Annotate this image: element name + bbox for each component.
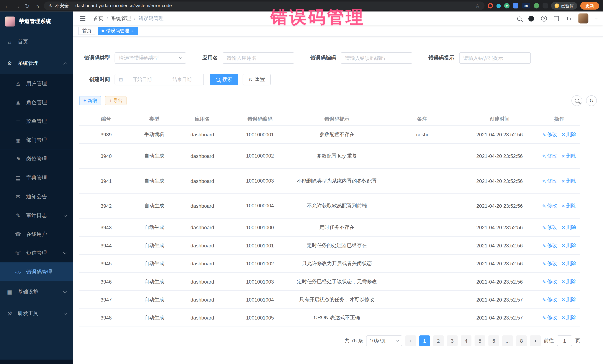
search-button[interactable]: 搜索: [210, 74, 238, 85]
delete-link[interactable]: 删除: [562, 153, 576, 159]
edit-link[interactable]: 修改: [542, 314, 557, 321]
sidebar-collapse-bar[interactable]: [0, 360, 73, 364]
edit-link[interactable]: 修改: [542, 224, 557, 231]
refresh-button[interactable]: [586, 95, 597, 106]
edit-link[interactable]: 修改: [542, 278, 557, 285]
sidebar-item-label: 部门管理: [26, 137, 47, 143]
edit-link[interactable]: 修改: [542, 131, 557, 138]
browser-home-icon[interactable]: [34, 3, 41, 9]
edit-icon: [542, 261, 546, 266]
delete-link[interactable]: 删除: [562, 177, 576, 184]
sidebar-item[interactable]: 首页: [0, 31, 73, 53]
column-header: 错误码编码: [229, 115, 291, 122]
delete-link[interactable]: 删除: [562, 131, 576, 138]
search-icon[interactable]: [517, 16, 522, 21]
cell-id: 3941: [79, 178, 133, 184]
page-button[interactable]: 6: [488, 335, 499, 346]
extensions-puzzle-icon[interactable]: [543, 3, 548, 9]
next-page-button[interactable]: [530, 335, 541, 346]
sidebar-item[interactable]: 菜单管理: [0, 112, 73, 131]
page-button[interactable]: 5: [475, 335, 485, 346]
page-tag[interactable]: 错误码管理 ×: [98, 27, 138, 35]
page-button[interactable]: 3: [447, 335, 458, 346]
goto-page-input[interactable]: [557, 335, 572, 346]
page-button[interactable]: ...: [502, 335, 513, 346]
column-header: 类型: [133, 115, 175, 122]
browser-back-icon[interactable]: [4, 3, 11, 9]
paused-badge[interactable]: 已暂停: [551, 2, 577, 10]
extension-icon-green[interactable]: [534, 3, 539, 9]
edit-link[interactable]: 修改: [542, 260, 557, 267]
export-button[interactable]: 导出: [105, 96, 127, 105]
breadcrumb-system[interactable]: 系统管理: [111, 15, 131, 22]
sidebar-item[interactable]: 短信管理: [0, 243, 73, 263]
extension-icon-ring[interactable]: [487, 3, 493, 9]
delete-link[interactable]: 删除: [562, 224, 576, 231]
page-button[interactable]: 8: [516, 335, 527, 346]
extension-icon-grid[interactable]: [513, 3, 518, 9]
user-avatar[interactable]: [578, 13, 588, 23]
sidebar-item[interactable]: 系统管理: [0, 53, 73, 74]
date-range-picker[interactable]: 开始日期 - 结束日期: [115, 74, 204, 85]
sidebar-item[interactable]: 角色管理: [0, 93, 73, 112]
hamburger-icon[interactable]: [80, 18, 85, 19]
page-size-select[interactable]: 10条/页: [366, 335, 402, 346]
edit-link[interactable]: 修改: [542, 177, 557, 184]
sidebar-item-label: 系统管理: [18, 60, 38, 67]
sidebar-item[interactable]: 审计日志: [0, 206, 73, 225]
browser-reload-icon[interactable]: [24, 3, 31, 9]
edit-link[interactable]: 修改: [542, 153, 557, 159]
sidebar-logo[interactable]: 芋道管理系统: [0, 11, 73, 31]
error-hint-input[interactable]: [459, 52, 531, 64]
sidebar-item[interactable]: 通知公告: [0, 187, 73, 206]
sidebar-item[interactable]: 字典管理: [0, 168, 73, 187]
edit-link[interactable]: 修改: [542, 202, 557, 209]
sidebar-item[interactable]: 岗位管理: [0, 149, 73, 168]
github-icon[interactable]: [528, 16, 534, 21]
delete-icon: [562, 178, 565, 184]
delete-link[interactable]: 删除: [562, 278, 576, 285]
delete-link[interactable]: 删除: [562, 242, 576, 249]
page-button[interactable]: 4: [461, 335, 471, 346]
font-size-icon[interactable]: [566, 15, 571, 22]
close-icon[interactable]: ×: [131, 29, 134, 33]
error-type-select[interactable]: 请选择错误码类型: [115, 52, 186, 64]
browser-update-button[interactable]: 更新: [580, 2, 599, 10]
error-code-input[interactable]: [341, 52, 412, 64]
page-button[interactable]: 1: [419, 335, 430, 346]
sidebar-item-label: 研发工具: [18, 310, 38, 317]
browser-forward-icon[interactable]: [14, 3, 21, 9]
chevron-icon: [63, 251, 67, 254]
edit-link[interactable]: 修改: [542, 242, 557, 249]
cell-type: 自动生成: [133, 153, 175, 159]
delete-link[interactable]: 删除: [562, 314, 576, 321]
page-tag[interactable]: 首页 ×: [79, 27, 95, 35]
toggle-search-button[interactable]: [571, 95, 582, 106]
app-name-input[interactable]: [222, 52, 294, 64]
sidebar-item[interactable]: 用户管理: [0, 74, 73, 93]
delete-link-label: 删除: [566, 202, 576, 209]
delete-link[interactable]: 删除: [562, 202, 576, 209]
delete-link[interactable]: 删除: [562, 296, 576, 303]
sidebar-item[interactable]: 基础设施: [0, 281, 73, 303]
page-button[interactable]: 2: [433, 335, 444, 346]
breadcrumb-home[interactable]: 首页: [93, 15, 104, 22]
fullscreen-icon[interactable]: [554, 16, 559, 21]
sidebar-item[interactable]: 研发工具: [0, 303, 73, 324]
edit-link[interactable]: 修改: [542, 296, 557, 303]
add-button[interactable]: 新增: [79, 96, 101, 105]
vue-devtools-icon[interactable]: [504, 3, 510, 9]
delete-link[interactable]: 删除: [562, 260, 576, 267]
sidebar-item[interactable]: 错误码管理: [0, 263, 73, 281]
prev-page-button[interactable]: [406, 335, 416, 346]
filter-error-code: 错误码编码: [310, 52, 412, 64]
help-icon[interactable]: [541, 16, 547, 21]
extension-icon-on-badge[interactable]: [522, 3, 531, 9]
bookmark-star-icon[interactable]: [475, 3, 480, 9]
sidebar-item[interactable]: 在线用户: [0, 225, 73, 244]
sidebar-item[interactable]: 部门管理: [0, 131, 73, 150]
address-bar[interactable]: 不安全 | dashboard.yudao.iocoder.cn/system/…: [44, 1, 485, 10]
extension-icon-teal[interactable]: [497, 4, 501, 8]
avatar-caret-icon[interactable]: [595, 16, 598, 20]
reset-button[interactable]: 重置: [243, 74, 271, 85]
